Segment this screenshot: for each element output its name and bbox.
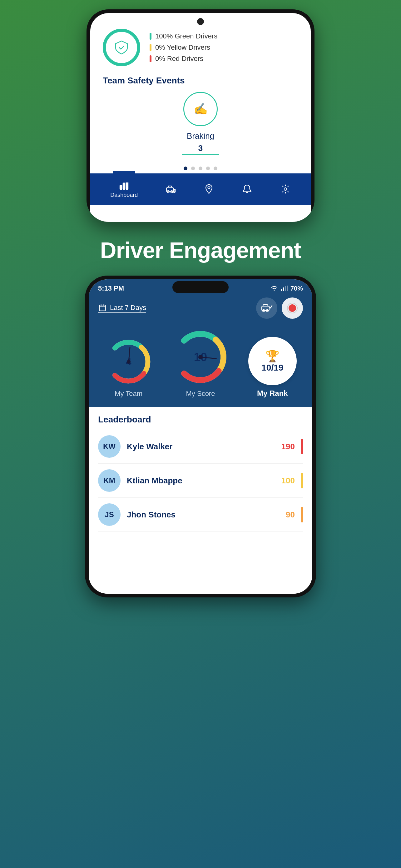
- my-rank-item: 🏆 10/19 My Rank: [248, 337, 297, 398]
- location-icon: [204, 184, 214, 194]
- my-score-item: 10 My Score: [171, 328, 229, 398]
- nav-settings[interactable]: [280, 184, 291, 194]
- phone-1-screen: 100% Green Drivers 0% Yellow Drivers 0% …: [90, 13, 311, 222]
- player-name-kw: Kyle Walker: [127, 442, 275, 452]
- bottom-nav: Dashboard: [90, 174, 311, 205]
- dashboard-icon: [119, 180, 129, 191]
- record-icon: [287, 303, 298, 314]
- rank-circle: 🏆 10/19: [248, 337, 297, 385]
- car-check-button[interactable]: [256, 298, 277, 319]
- my-rank-label: My Rank: [257, 389, 288, 398]
- svg-point-8: [284, 188, 287, 191]
- status-time: 5:13 PM: [98, 284, 124, 292]
- green-drivers-label: 100% Green Drivers: [155, 32, 218, 40]
- battery-level: 70%: [291, 285, 303, 292]
- legend-row-red: 0% Red Drivers: [149, 55, 218, 63]
- trophy-icon: 🏆: [265, 350, 279, 363]
- scores-row: 4 My Team 1: [89, 325, 312, 407]
- action-buttons: [256, 298, 303, 319]
- brake-icon: ✍️: [194, 102, 208, 116]
- section-heading: Driver Engagement: [100, 238, 301, 263]
- phone-1-camera: [197, 18, 204, 25]
- my-team-score: 4 My Team: [104, 337, 153, 398]
- shield-circle: [103, 29, 140, 66]
- my-rank-value: 10/19: [261, 363, 283, 373]
- leaderboard-row-3: JS Jhon Stones 90: [98, 498, 303, 532]
- leaderboard: Leaderboard KW Kyle Walker 190 KM Ktlian…: [89, 407, 312, 594]
- score-bar-km: [301, 473, 303, 488]
- phone-2-screen: 5:13 PM 70%: [89, 279, 312, 594]
- player-score-js: 90: [286, 510, 295, 520]
- score-bar-js: [301, 507, 303, 522]
- svg-rect-12: [287, 286, 288, 291]
- svg-rect-0: [120, 185, 122, 189]
- car-check-icon: [261, 303, 273, 313]
- status-icons: 70%: [270, 285, 303, 292]
- settings-icon: [280, 184, 291, 194]
- date-filter-label: Last 7 Days: [110, 304, 146, 312]
- my-score-gauge: 10: [171, 328, 229, 386]
- svg-rect-9: [281, 289, 282, 291]
- date-filter[interactable]: Last 7 Days: [98, 304, 146, 313]
- player-score-kw: 190: [281, 442, 295, 452]
- phone-2-notch: [172, 281, 229, 293]
- legend-row-green: 100% Green Drivers: [149, 32, 218, 40]
- nav-alerts[interactable]: [242, 184, 252, 194]
- legend-row-yellow: 0% Yellow Drivers: [149, 43, 218, 52]
- nav-dashboard[interactable]: Dashboard: [110, 180, 138, 198]
- avatar-km: KM: [98, 469, 121, 492]
- dot-1: [183, 166, 188, 170]
- yellow-bar: [149, 44, 152, 51]
- phone-1: 100% Green Drivers 0% Yellow Drivers 0% …: [87, 9, 314, 222]
- my-team-needle-dot: [127, 360, 131, 364]
- record-button[interactable]: [282, 298, 303, 319]
- leaderboard-row-2: KM Ktlian Mbappe 100: [98, 464, 303, 498]
- braking-value: 3: [182, 144, 219, 155]
- my-team-gauge: 4: [104, 337, 153, 386]
- score-bar-kw: [301, 439, 303, 454]
- nav-location[interactable]: [204, 184, 214, 194]
- braking-label: Braking: [187, 131, 214, 141]
- dot-3: [199, 166, 202, 170]
- player-name-js: Jhon Stones: [127, 510, 279, 520]
- braking-area: ✍️ Braking 3: [90, 89, 311, 161]
- avatar-kw: KW: [98, 435, 121, 458]
- player-score-km: 100: [281, 476, 295, 486]
- green-bar: [149, 33, 152, 40]
- red-drivers-label: 0% Red Drivers: [155, 55, 203, 63]
- phone-2: 5:13 PM 70%: [85, 276, 316, 597]
- nav-fleet[interactable]: [166, 184, 176, 194]
- leaderboard-title: Leaderboard: [98, 415, 303, 425]
- driver-legend: 100% Green Drivers 0% Yellow Drivers 0% …: [149, 32, 218, 63]
- svg-rect-1: [123, 183, 125, 189]
- team-safety-title: Team Safety Events: [90, 72, 311, 89]
- bell-icon: [242, 184, 252, 194]
- player-name-km: Ktlian Mbappe: [127, 476, 275, 486]
- nav-dashboard-label: Dashboard: [110, 192, 138, 198]
- wifi-icon: [270, 285, 278, 291]
- svg-rect-13: [99, 305, 106, 311]
- svg-point-7: [208, 187, 210, 189]
- dot-4: [206, 166, 210, 170]
- svg-rect-2: [126, 181, 128, 189]
- fleet-icon: [166, 184, 176, 194]
- red-bar: [149, 55, 152, 62]
- dot-2: [191, 166, 195, 170]
- shield-icon: [114, 40, 129, 55]
- leaderboard-row-1: KW Kyle Walker 190: [98, 430, 303, 464]
- svg-point-20: [289, 304, 296, 312]
- svg-rect-10: [283, 287, 284, 291]
- braking-icon-circle: ✍️: [183, 92, 218, 126]
- my-score-needle-dot: [198, 355, 203, 359]
- calendar-icon: [98, 304, 107, 312]
- svg-rect-11: [285, 286, 286, 291]
- yellow-drivers-label: 0% Yellow Drivers: [155, 43, 210, 52]
- avatar-js: JS: [98, 503, 121, 526]
- signal-icon: [281, 286, 288, 291]
- dot-5: [213, 166, 218, 170]
